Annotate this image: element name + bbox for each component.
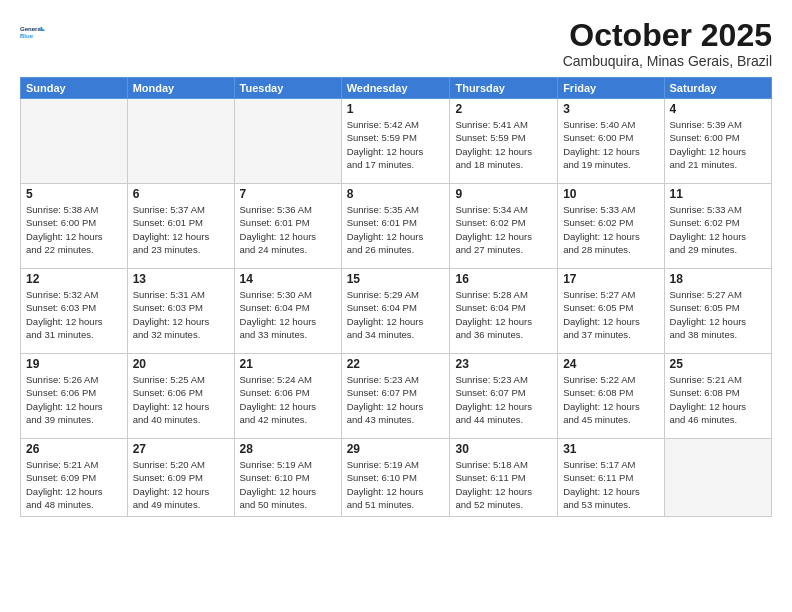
calendar-cell: 25Sunrise: 5:21 AMSunset: 6:08 PMDayligh… — [664, 354, 771, 439]
day-info: Sunrise: 5:32 AMSunset: 6:03 PMDaylight:… — [26, 288, 122, 341]
day-number: 5 — [26, 187, 122, 201]
day-header-tuesday: Tuesday — [234, 78, 341, 99]
calendar-cell: 14Sunrise: 5:30 AMSunset: 6:04 PMDayligh… — [234, 269, 341, 354]
day-number: 20 — [133, 357, 229, 371]
day-info: Sunrise: 5:39 AMSunset: 6:00 PMDaylight:… — [670, 118, 766, 171]
calendar-cell: 4Sunrise: 5:39 AMSunset: 6:00 PMDaylight… — [664, 99, 771, 184]
day-number: 19 — [26, 357, 122, 371]
day-info: Sunrise: 5:19 AMSunset: 6:10 PMDaylight:… — [240, 458, 336, 511]
day-number: 22 — [347, 357, 445, 371]
day-info: Sunrise: 5:18 AMSunset: 6:11 PMDaylight:… — [455, 458, 552, 511]
day-info: Sunrise: 5:36 AMSunset: 6:01 PMDaylight:… — [240, 203, 336, 256]
day-number: 10 — [563, 187, 658, 201]
day-info: Sunrise: 5:33 AMSunset: 6:02 PMDaylight:… — [670, 203, 766, 256]
day-header-friday: Friday — [558, 78, 664, 99]
calendar-cell — [234, 99, 341, 184]
day-info: Sunrise: 5:21 AMSunset: 6:08 PMDaylight:… — [670, 373, 766, 426]
day-info: Sunrise: 5:17 AMSunset: 6:11 PMDaylight:… — [563, 458, 658, 511]
day-info: Sunrise: 5:31 AMSunset: 6:03 PMDaylight:… — [133, 288, 229, 341]
day-info: Sunrise: 5:38 AMSunset: 6:00 PMDaylight:… — [26, 203, 122, 256]
calendar-cell — [664, 439, 771, 517]
calendar-cell — [127, 99, 234, 184]
day-info: Sunrise: 5:20 AMSunset: 6:09 PMDaylight:… — [133, 458, 229, 511]
day-info: Sunrise: 5:37 AMSunset: 6:01 PMDaylight:… — [133, 203, 229, 256]
location: Cambuquira, Minas Gerais, Brazil — [563, 53, 772, 69]
calendar-cell: 29Sunrise: 5:19 AMSunset: 6:10 PMDayligh… — [341, 439, 450, 517]
calendar-cell: 5Sunrise: 5:38 AMSunset: 6:00 PMDaylight… — [21, 184, 128, 269]
day-number: 3 — [563, 102, 658, 116]
calendar-cell: 11Sunrise: 5:33 AMSunset: 6:02 PMDayligh… — [664, 184, 771, 269]
page: GeneralBlue October 2025 Cambuquira, Min… — [0, 0, 792, 612]
day-info: Sunrise: 5:40 AMSunset: 6:00 PMDaylight:… — [563, 118, 658, 171]
day-info: Sunrise: 5:25 AMSunset: 6:06 PMDaylight:… — [133, 373, 229, 426]
day-info: Sunrise: 5:24 AMSunset: 6:06 PMDaylight:… — [240, 373, 336, 426]
calendar-cell: 6Sunrise: 5:37 AMSunset: 6:01 PMDaylight… — [127, 184, 234, 269]
day-number: 9 — [455, 187, 552, 201]
calendar-cell: 16Sunrise: 5:28 AMSunset: 6:04 PMDayligh… — [450, 269, 558, 354]
calendar-cell — [21, 99, 128, 184]
day-info: Sunrise: 5:29 AMSunset: 6:04 PMDaylight:… — [347, 288, 445, 341]
month-title: October 2025 — [563, 18, 772, 53]
svg-text:Blue: Blue — [20, 33, 34, 39]
calendar-cell: 7Sunrise: 5:36 AMSunset: 6:01 PMDaylight… — [234, 184, 341, 269]
calendar-cell: 18Sunrise: 5:27 AMSunset: 6:05 PMDayligh… — [664, 269, 771, 354]
day-info: Sunrise: 5:26 AMSunset: 6:06 PMDaylight:… — [26, 373, 122, 426]
day-info: Sunrise: 5:22 AMSunset: 6:08 PMDaylight:… — [563, 373, 658, 426]
day-number: 15 — [347, 272, 445, 286]
logo: GeneralBlue — [20, 18, 48, 46]
day-info: Sunrise: 5:34 AMSunset: 6:02 PMDaylight:… — [455, 203, 552, 256]
day-info: Sunrise: 5:27 AMSunset: 6:05 PMDaylight:… — [563, 288, 658, 341]
day-number: 4 — [670, 102, 766, 116]
calendar-cell: 15Sunrise: 5:29 AMSunset: 6:04 PMDayligh… — [341, 269, 450, 354]
day-header-sunday: Sunday — [21, 78, 128, 99]
day-header-monday: Monday — [127, 78, 234, 99]
title-block: October 2025 Cambuquira, Minas Gerais, B… — [563, 18, 772, 69]
logo-icon: GeneralBlue — [20, 18, 48, 46]
day-number: 6 — [133, 187, 229, 201]
calendar-cell: 3Sunrise: 5:40 AMSunset: 6:00 PMDaylight… — [558, 99, 664, 184]
day-info: Sunrise: 5:23 AMSunset: 6:07 PMDaylight:… — [347, 373, 445, 426]
day-number: 23 — [455, 357, 552, 371]
day-number: 25 — [670, 357, 766, 371]
day-number: 27 — [133, 442, 229, 456]
day-number: 31 — [563, 442, 658, 456]
day-info: Sunrise: 5:27 AMSunset: 6:05 PMDaylight:… — [670, 288, 766, 341]
header: GeneralBlue October 2025 Cambuquira, Min… — [20, 18, 772, 69]
day-header-wednesday: Wednesday — [341, 78, 450, 99]
day-number: 17 — [563, 272, 658, 286]
day-info: Sunrise: 5:30 AMSunset: 6:04 PMDaylight:… — [240, 288, 336, 341]
day-header-thursday: Thursday — [450, 78, 558, 99]
day-number: 16 — [455, 272, 552, 286]
calendar-cell: 26Sunrise: 5:21 AMSunset: 6:09 PMDayligh… — [21, 439, 128, 517]
calendar-cell: 30Sunrise: 5:18 AMSunset: 6:11 PMDayligh… — [450, 439, 558, 517]
days-header-row: SundayMondayTuesdayWednesdayThursdayFrid… — [21, 78, 772, 99]
day-info: Sunrise: 5:23 AMSunset: 6:07 PMDaylight:… — [455, 373, 552, 426]
calendar-cell: 1Sunrise: 5:42 AMSunset: 5:59 PMDaylight… — [341, 99, 450, 184]
day-info: Sunrise: 5:35 AMSunset: 6:01 PMDaylight:… — [347, 203, 445, 256]
calendar-cell: 2Sunrise: 5:41 AMSunset: 5:59 PMDaylight… — [450, 99, 558, 184]
day-number: 18 — [670, 272, 766, 286]
day-header-saturday: Saturday — [664, 78, 771, 99]
day-number: 28 — [240, 442, 336, 456]
calendar: SundayMondayTuesdayWednesdayThursdayFrid… — [20, 77, 772, 517]
day-number: 14 — [240, 272, 336, 286]
svg-text:General: General — [20, 26, 43, 32]
day-number: 30 — [455, 442, 552, 456]
calendar-cell: 10Sunrise: 5:33 AMSunset: 6:02 PMDayligh… — [558, 184, 664, 269]
day-number: 26 — [26, 442, 122, 456]
calendar-cell: 19Sunrise: 5:26 AMSunset: 6:06 PMDayligh… — [21, 354, 128, 439]
day-info: Sunrise: 5:42 AMSunset: 5:59 PMDaylight:… — [347, 118, 445, 171]
day-info: Sunrise: 5:33 AMSunset: 6:02 PMDaylight:… — [563, 203, 658, 256]
calendar-cell: 12Sunrise: 5:32 AMSunset: 6:03 PMDayligh… — [21, 269, 128, 354]
day-number: 8 — [347, 187, 445, 201]
day-number: 2 — [455, 102, 552, 116]
calendar-cell: 8Sunrise: 5:35 AMSunset: 6:01 PMDaylight… — [341, 184, 450, 269]
day-number: 7 — [240, 187, 336, 201]
calendar-cell: 24Sunrise: 5:22 AMSunset: 6:08 PMDayligh… — [558, 354, 664, 439]
calendar-cell: 17Sunrise: 5:27 AMSunset: 6:05 PMDayligh… — [558, 269, 664, 354]
day-info: Sunrise: 5:28 AMSunset: 6:04 PMDaylight:… — [455, 288, 552, 341]
calendar-cell: 21Sunrise: 5:24 AMSunset: 6:06 PMDayligh… — [234, 354, 341, 439]
day-number: 12 — [26, 272, 122, 286]
calendar-cell: 28Sunrise: 5:19 AMSunset: 6:10 PMDayligh… — [234, 439, 341, 517]
svg-marker-2 — [41, 26, 46, 31]
